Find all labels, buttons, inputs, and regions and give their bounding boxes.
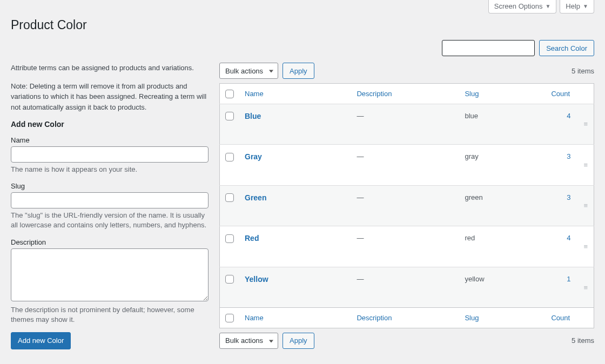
slug-field[interactable] xyxy=(11,192,209,208)
term-slug: blue xyxy=(465,112,478,120)
add-new-heading: Add new Color xyxy=(11,120,209,129)
name-help: The name is how it appears on your site. xyxy=(11,165,209,174)
col-description[interactable]: Description xyxy=(357,90,392,98)
drag-handle-icon[interactable]: ≡ xyxy=(583,161,588,169)
term-description: — xyxy=(357,193,364,201)
term-count-link[interactable]: 4 xyxy=(567,234,570,242)
term-count-link[interactable]: 3 xyxy=(567,193,570,201)
col-description-foot[interactable]: Description xyxy=(357,314,392,322)
select-all-top[interactable] xyxy=(225,90,234,98)
row-checkbox[interactable] xyxy=(225,112,234,120)
apply-button-top[interactable]: Apply xyxy=(283,63,314,79)
term-count-link[interactable]: 1 xyxy=(567,275,570,283)
table-row: Gray—gray3≡ xyxy=(220,145,594,186)
col-name-foot[interactable]: Name xyxy=(245,314,264,322)
table-row: Yellow—yellow1≡ xyxy=(220,267,594,308)
col-slug[interactable]: Slug xyxy=(465,90,479,98)
bulk-actions-select-top[interactable]: Bulk actions xyxy=(219,63,278,79)
term-description: — xyxy=(357,112,364,120)
col-name[interactable]: Name xyxy=(245,90,264,98)
note-text: Note: Deleting a term will remove it fro… xyxy=(11,81,209,113)
term-name-link[interactable]: Green xyxy=(245,193,266,202)
row-checkbox[interactable] xyxy=(225,275,234,284)
chevron-down-icon: ▼ xyxy=(545,3,550,9)
page-title: Product Color xyxy=(11,18,594,32)
slug-help: The "slug" is the URL-friendly version o… xyxy=(11,211,209,230)
drag-handle-icon[interactable]: ≡ xyxy=(583,120,588,128)
table-row: Red—red4≡ xyxy=(220,226,594,267)
term-slug: green xyxy=(465,193,482,201)
drag-handle-icon[interactable]: ≡ xyxy=(583,201,588,210)
table-row: Green—green3≡ xyxy=(220,185,594,226)
add-new-button[interactable]: Add new Color xyxy=(11,332,71,349)
bulk-actions-select-bottom[interactable]: Bulk actions xyxy=(219,333,278,349)
slug-field-label: Slug xyxy=(11,182,209,190)
row-checkbox[interactable] xyxy=(225,193,234,202)
term-count-link[interactable]: 3 xyxy=(567,152,570,160)
term-description: — xyxy=(357,152,364,160)
name-field-label: Name xyxy=(11,136,209,144)
screen-options-button[interactable]: Screen Options ▼ xyxy=(488,0,557,14)
chevron-down-icon: ▼ xyxy=(583,3,588,9)
help-button[interactable]: Help ▼ xyxy=(560,0,594,14)
row-checkbox[interactable] xyxy=(225,153,234,161)
description-field-label: Description xyxy=(11,238,209,246)
name-field[interactable] xyxy=(11,146,209,163)
col-count[interactable]: Count xyxy=(551,90,570,98)
intro-text: Attribute terms can be assigned to produ… xyxy=(11,63,209,73)
term-description: — xyxy=(357,275,364,283)
term-slug: gray xyxy=(465,152,478,160)
table-row: Blue—blue4≡ xyxy=(220,104,594,145)
term-slug: yellow xyxy=(465,275,484,283)
help-label: Help xyxy=(566,2,580,10)
term-count-link[interactable]: 4 xyxy=(567,112,570,120)
description-field[interactable] xyxy=(11,248,209,301)
term-description: — xyxy=(357,234,364,242)
apply-button-bottom[interactable]: Apply xyxy=(283,333,314,349)
col-count-foot[interactable]: Count xyxy=(551,314,570,322)
term-name-link[interactable]: Red xyxy=(245,234,259,242)
select-all-bottom[interactable] xyxy=(225,314,234,322)
col-slug-foot[interactable]: Slug xyxy=(465,314,479,322)
items-count-bottom: 5 items xyxy=(572,336,594,345)
term-name-link[interactable]: Yellow xyxy=(245,275,268,284)
term-name-link[interactable]: Blue xyxy=(245,112,261,120)
term-name-link[interactable]: Gray xyxy=(245,152,262,161)
term-slug: red xyxy=(465,234,475,242)
screen-options-label: Screen Options xyxy=(494,2,543,10)
row-checkbox[interactable] xyxy=(225,234,234,243)
search-button[interactable]: Search Color xyxy=(539,40,594,56)
description-help: The description is not prominent by defa… xyxy=(11,305,209,325)
terms-table: Name Description Slug Count Blue—blue4≡G… xyxy=(219,83,594,328)
search-input[interactable] xyxy=(442,40,535,56)
drag-handle-icon[interactable]: ≡ xyxy=(583,242,588,251)
drag-handle-icon[interactable]: ≡ xyxy=(583,284,588,292)
items-count-top: 5 items xyxy=(572,67,594,75)
